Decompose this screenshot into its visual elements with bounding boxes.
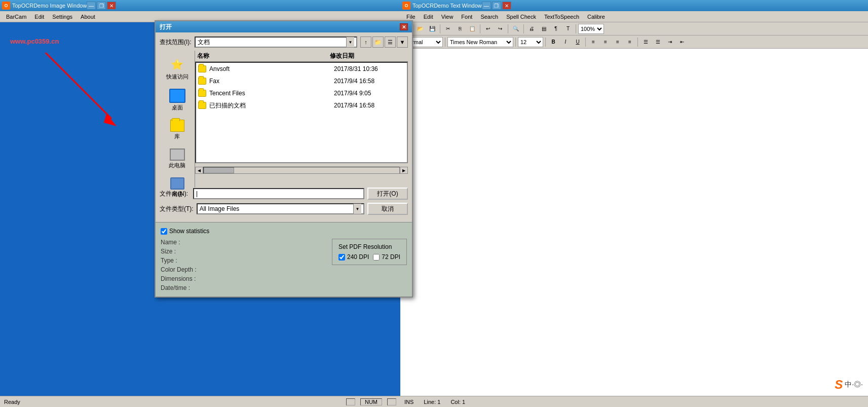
show-statistics-checkbox[interactable] — [161, 228, 167, 235]
lookin-combo[interactable]: 文档 ▼ — [195, 36, 357, 48]
file-list[interactable]: Anvsoft 2017/8/31 10:36 Fax 2017/9/4 16:… — [195, 62, 408, 163]
status-box-empty2 — [387, 398, 396, 405]
close-button[interactable]: ✕ — [107, 2, 116, 10]
sohu-logo: S 中·◎· — [835, 378, 863, 392]
tb-btn3[interactable]: T — [562, 23, 574, 34]
sidebar-item-desktop[interactable]: 桌面 — [162, 87, 193, 114]
sidebar-item-computer[interactable]: 此电脑 — [162, 146, 193, 171]
align-justify-btn[interactable]: ≡ — [624, 36, 635, 48]
text-editor-area[interactable] — [400, 49, 868, 407]
scroll-thumb[interactable] — [204, 167, 234, 173]
italic-btn[interactable]: I — [560, 36, 571, 48]
zoom-select[interactable]: 100% — [578, 24, 604, 34]
menu-tts[interactable]: TextToSpeech — [540, 13, 583, 21]
table-row[interactable]: Anvsoft 2017/8/31 10:36 — [196, 63, 407, 75]
underline-btn[interactable]: U — [572, 36, 583, 48]
line-status: Line: 1 — [424, 399, 440, 405]
filename-label: 文件名(N): — [160, 190, 190, 198]
network-icon — [170, 177, 184, 190]
menu-calibre[interactable]: Calibre — [583, 13, 609, 21]
cancel-button[interactable]: 取消 — [367, 203, 408, 215]
menu-view[interactable]: View — [437, 13, 458, 21]
table-row[interactable]: 已扫描的文档 2017/9/4 16:58 — [196, 99, 407, 112]
filetype-dropdown-arrow[interactable]: ▼ — [353, 204, 361, 214]
col-size — [396, 52, 406, 60]
outdent-btn[interactable]: ⇤ — [676, 36, 688, 48]
find-btn[interactable]: 🔍 — [510, 23, 521, 34]
file-date-scanned: 2017/9/4 16:58 — [334, 102, 395, 109]
undo-btn[interactable]: ↩ — [482, 23, 494, 34]
font-size-select[interactable]: 12 — [518, 37, 543, 47]
text-status-bar: INS Line: 1 Col: 1 S 中·◎· — [400, 396, 868, 407]
print-btn[interactable]: 🖨 — [526, 23, 537, 34]
file-list-main: 名称 修改日期 Anvsoft 2017/8/31 10:36 Fax — [195, 51, 408, 188]
align-left-btn[interactable]: ≡ — [588, 36, 599, 48]
text-minimize-button[interactable]: — — [482, 2, 491, 10]
list-btn[interactable]: ☰ — [640, 36, 651, 48]
menu-btn[interactable]: ▼ — [397, 36, 408, 48]
lookin-row: 查找范围(I): 文档 ▼ ↑ 📁 ☰ ▼ — [160, 36, 408, 48]
redo-btn[interactable]: ↪ — [495, 23, 506, 34]
dpi240-checkbox[interactable] — [338, 254, 345, 261]
cut-btn[interactable]: ✂ — [442, 23, 454, 34]
menu-settings[interactable]: Settings — [48, 13, 77, 21]
open-button[interactable]: 打开(O) — [367, 188, 408, 200]
status-num-box: NUM — [360, 398, 382, 405]
tb-btn1[interactable]: ▤ — [538, 23, 549, 34]
sep3 — [508, 24, 508, 33]
restore-button[interactable]: ❐ — [97, 2, 106, 10]
lookin-dropdown-arrow[interactable]: ▼ — [346, 37, 354, 47]
menu-edit[interactable]: Edit — [30, 13, 48, 21]
col-status: Col: 1 — [450, 399, 465, 405]
dpi72-checkbox[interactable] — [373, 254, 380, 261]
menu-edit-text[interactable]: Edit — [420, 13, 437, 21]
dpi240-label: 240 DPI — [347, 253, 369, 261]
copy-btn[interactable]: ⎘ — [455, 23, 466, 34]
table-row[interactable]: Tencent Files 2017/9/4 9:05 — [196, 87, 407, 99]
indent-btn[interactable]: ⇥ — [664, 36, 675, 48]
sidebar-item-library[interactable]: 库 — [162, 118, 193, 142]
sep10 — [637, 38, 638, 47]
tb-btn2[interactable]: ¶ — [550, 23, 561, 34]
stat-size: Size : — [161, 248, 197, 255]
filename-input[interactable] — [193, 188, 364, 199]
menu-about[interactable]: About — [77, 13, 99, 21]
nav-up-btn[interactable]: ↑ — [360, 36, 371, 48]
open-button-label: 打开(O) — [377, 190, 398, 198]
scroll-right-btn[interactable]: ▶ — [400, 167, 408, 174]
dialog-close-button[interactable]: ✕ — [400, 23, 408, 30]
stats-labels-col: Name : Size : Type : Color Depth : Dimen… — [161, 239, 197, 291]
file-list-header: 名称 修改日期 — [195, 51, 408, 62]
open-btn-tb[interactable]: 📂 — [414, 23, 426, 34]
save-btn[interactable]: 💾 — [427, 23, 438, 34]
new-folder-btn[interactable]: 📁 — [372, 36, 384, 48]
minimize-button[interactable]: — — [87, 2, 96, 10]
text-window-title: TopOCRDemo Text Window — [412, 3, 482, 9]
folder-icon-scanned — [198, 102, 206, 109]
table-row[interactable]: Fax 2017/9/4 16:58 — [196, 75, 407, 87]
menu-font[interactable]: Font — [457, 13, 476, 21]
menu-barcam[interactable]: BarCam — [2, 13, 30, 21]
align-center-btn[interactable]: ≡ — [600, 36, 611, 48]
bold-btn[interactable]: B — [548, 36, 559, 48]
menu-search[interactable]: Search — [476, 13, 502, 21]
sep5 — [576, 24, 576, 33]
align-right-btn[interactable]: ≡ — [612, 36, 623, 48]
sidebar-item-quickaccess[interactable]: ⭐ 快速访问 — [162, 55, 193, 83]
paste-btn[interactable]: 📋 — [467, 23, 478, 34]
view-btn[interactable]: ☰ — [385, 36, 396, 48]
filetype-combo[interactable]: All Image Files ▼ — [197, 203, 364, 214]
sep1 — [440, 24, 440, 33]
scroll-left-btn[interactable]: ◀ — [195, 167, 203, 174]
dialog-title-bar: 打开 ✕ — [156, 21, 412, 32]
text-restore-button[interactable]: ❐ — [492, 2, 501, 10]
text-window: O TopOCRDemo Text Window — ❐ ✕ File Edit… — [400, 0, 868, 407]
sep2 — [480, 24, 480, 33]
text-close-button[interactable]: ✕ — [502, 2, 511, 10]
folder-icon-fax — [198, 78, 206, 85]
font-family-select[interactable]: Times New Roman — [447, 37, 513, 47]
list2-btn[interactable]: ☰ — [652, 36, 663, 48]
horizontal-scrollbar[interactable] — [203, 167, 400, 174]
menu-spellcheck[interactable]: Spell Check — [502, 13, 540, 21]
menu-file[interactable]: File — [402, 13, 420, 21]
